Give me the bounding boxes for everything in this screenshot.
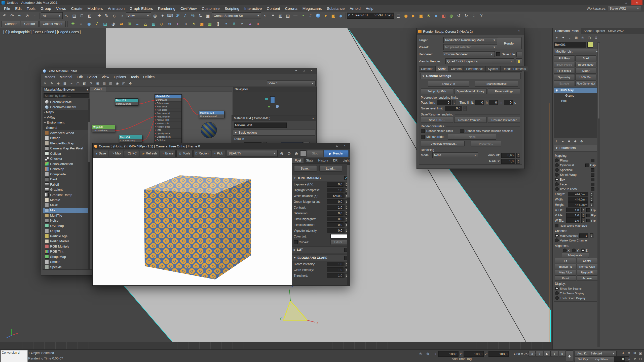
panel-tab[interactable]: Command Panel bbox=[553, 28, 581, 34]
material-browser-item[interactable]: Particle Age bbox=[43, 233, 90, 239]
menu-item[interactable]: Customize bbox=[199, 6, 222, 11]
menu-item[interactable]: Create bbox=[69, 6, 85, 11]
menu-item[interactable]: Tools bbox=[24, 6, 38, 11]
assign-material-to-selection-icon[interactable]: ▦ bbox=[62, 81, 68, 86]
flip-checkbox[interactable] bbox=[586, 208, 590, 212]
cap-checkbox[interactable] bbox=[591, 183, 594, 186]
parameter-editor-toggle-icon[interactable]: ▥ bbox=[108, 81, 114, 86]
maximize-button[interactable]: □ bbox=[620, 0, 631, 5]
pick-button[interactable]: +Pick bbox=[212, 150, 225, 157]
zoom-region-icon[interactable]: □ bbox=[626, 356, 632, 361]
material-editor-icon[interactable]: ● bbox=[315, 12, 322, 19]
menu-item[interactable]: Graph Editors bbox=[127, 6, 156, 11]
schematic-view-icon[interactable]: # bbox=[307, 12, 314, 19]
modifier-stack-row[interactable]: Gizmo bbox=[554, 93, 597, 98]
render-setup-tab[interactable]: Scene bbox=[436, 66, 449, 71]
percent-snap-icon[interactable]: % bbox=[189, 12, 196, 19]
material-browser-item[interactable]: ShapeMap bbox=[43, 254, 90, 259]
open-material-library-button[interactable]: Open Material Library bbox=[454, 88, 486, 94]
render-setup-tab[interactable]: Common bbox=[419, 66, 436, 71]
object-name-field[interactable]: Box001 bbox=[554, 42, 586, 48]
flip-checkbox[interactable] bbox=[586, 214, 590, 217]
copy-button[interactable]: Ctrl+C bbox=[124, 150, 139, 157]
tile-field[interactable]: 1,0 bbox=[566, 213, 580, 218]
menu-item[interactable]: Views bbox=[54, 6, 69, 11]
close-button[interactable]: × bbox=[308, 68, 315, 73]
vfb-tab[interactable]: DR bbox=[330, 158, 340, 163]
minimize-button[interactable]: – bbox=[508, 28, 515, 33]
vfb-titlebar[interactable]: Corona 5 (Hotfix 2) | 640×480px (1:1) | … bbox=[93, 143, 350, 149]
exclude-objects-button[interactable]: +0 objects excluded... bbox=[421, 141, 465, 146]
material-browser-item[interactable]: Output bbox=[43, 228, 90, 234]
show-vfb-button[interactable]: Show VFB bbox=[428, 81, 469, 87]
isolate-selection-toggle-icon[interactable]: ◎ bbox=[418, 351, 424, 356]
selection-lock-toggle-icon[interactable]: ◍ bbox=[425, 351, 431, 356]
go-to-end-button[interactable]: » bbox=[559, 351, 566, 357]
app-titlebar[interactable]: Untitled - Autodesk 3ds Max 2021 – □ × bbox=[0, 0, 644, 6]
time-limit-minutes-field[interactable]: 0 bbox=[489, 100, 498, 105]
parameter-field[interactable]: 1,0 bbox=[327, 267, 344, 272]
mapping-radio[interactable] bbox=[555, 178, 559, 181]
node-slot[interactable]: Refl. color bbox=[155, 105, 181, 108]
search-input[interactable] bbox=[44, 93, 89, 98]
modifier-button[interactable]: FFD 4x4x4 bbox=[554, 68, 575, 74]
denoise-mode-dropdown[interactable]: None▼ bbox=[432, 152, 478, 158]
cap-checkbox[interactable] bbox=[591, 178, 594, 181]
curves-editor-button[interactable]: Editor... bbox=[330, 239, 348, 245]
time-limit-seconds-field[interactable]: 0 bbox=[504, 100, 513, 105]
xref-icon[interactable]: ⇄ bbox=[118, 20, 125, 27]
preserve-button[interactable]: Preserve... bbox=[471, 141, 501, 146]
corona-lightmix-icon[interactable]: ☀ bbox=[425, 12, 432, 19]
set-keys-button[interactable]: ✚ bbox=[566, 350, 573, 362]
listener-icon[interactable]: ≈ bbox=[222, 20, 230, 27]
lut-section[interactable]: ▶ LUT bbox=[292, 247, 350, 253]
parameter-field[interactable]: 1,0 bbox=[327, 273, 344, 278]
close-button[interactable]: × bbox=[515, 28, 523, 33]
tile-spinner[interactable]: ▲▼ bbox=[581, 208, 585, 212]
material-browser-item[interactable]: - General bbox=[43, 125, 90, 131]
select-by-material-icon[interactable]: ◉ bbox=[114, 81, 120, 86]
redo-icon[interactable]: ↷ bbox=[9, 12, 16, 19]
selection-filter-dropdown[interactable]: All▼ bbox=[41, 12, 63, 19]
zoom-extents-icon[interactable]: ▣ bbox=[638, 350, 643, 356]
render-presets-icon[interactable]: ▣ bbox=[198, 20, 205, 27]
object-color-swatch[interactable] bbox=[587, 42, 593, 48]
target-dropdown[interactable]: Production Rendering Mode▼ bbox=[443, 37, 497, 43]
minimize-button[interactable]: – bbox=[609, 0, 620, 5]
project-folder-icon[interactable]: ▢ bbox=[395, 12, 402, 19]
menu-item[interactable]: Utilities bbox=[141, 74, 157, 79]
menu-item[interactable]: Modifiers bbox=[85, 6, 105, 11]
material-browser-item[interactable]: ColorMap bbox=[43, 167, 90, 172]
parameter-field[interactable]: 0,0 bbox=[327, 217, 344, 221]
material-browser-item[interactable]: + Environment bbox=[43, 120, 90, 125]
toggle-scene-explorer-icon[interactable]: ▥ bbox=[277, 12, 284, 19]
put-material-to-scene-icon[interactable]: ⊕ bbox=[55, 81, 61, 86]
mtl-override-checkbox[interactable] bbox=[421, 135, 425, 139]
node-slot[interactable]: IOR bbox=[155, 128, 181, 132]
modifier-stack-row[interactable]: ◉ UVW Map bbox=[554, 88, 597, 93]
vfb-scrollbar[interactable] bbox=[347, 163, 350, 285]
command-panel-scrollbar[interactable] bbox=[597, 42, 600, 347]
parameter-field[interactable]: 0,0 bbox=[327, 228, 344, 233]
corona-interactive-icon[interactable]: ▶ bbox=[410, 12, 417, 19]
uv-editor-icon[interactable]: ▦ bbox=[150, 20, 157, 27]
material-browser-item[interactable]: Checker bbox=[43, 156, 90, 162]
general-settings-rollout[interactable]: ▼ General Settings bbox=[420, 73, 521, 79]
menu-item[interactable]: Edit bbox=[74, 74, 85, 79]
mapping-radio[interactable] bbox=[555, 168, 559, 172]
mapping-radio[interactable] bbox=[555, 163, 559, 167]
parameter-field[interactable]: 1,0 bbox=[327, 205, 344, 210]
spinner-snap-icon[interactable]: ⇅ bbox=[197, 12, 204, 19]
node-slot[interactable]: Self-illum bbox=[155, 138, 181, 142]
zoom-in-icon[interactable]: ⊕ bbox=[293, 150, 299, 157]
menu-item[interactable]: Help bbox=[363, 6, 376, 11]
render-only-masks-checkbox[interactable] bbox=[460, 129, 464, 133]
minimize-button[interactable]: – bbox=[326, 143, 333, 148]
menu-item[interactable]: File bbox=[2, 6, 13, 11]
named-selection-sets-dropdown[interactable]: Create Selection Se▼ bbox=[212, 12, 261, 19]
parameter-field[interactable]: 6500,0 bbox=[327, 193, 344, 198]
menu-item[interactable]: Megascans bbox=[300, 6, 324, 11]
arnold-icon[interactable]: ◆ bbox=[433, 12, 440, 19]
modifier-button[interactable]: Edit Poly bbox=[554, 55, 575, 61]
modifier-button[interactable]: Mirror bbox=[575, 68, 596, 74]
